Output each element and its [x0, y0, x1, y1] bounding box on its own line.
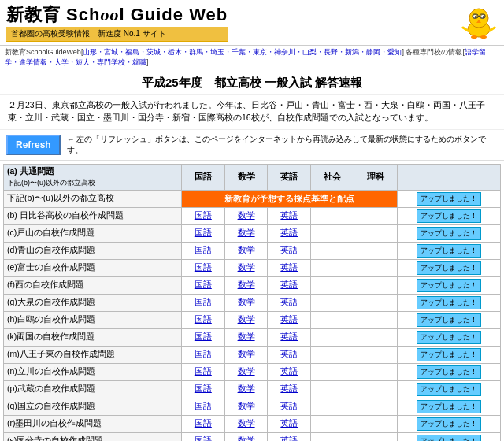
cell-kokugo[interactable]: 国語 [181, 363, 224, 380]
cell-sugaku[interactable]: 数学 [224, 432, 268, 441]
upload-button[interactable]: アップしました！ [417, 279, 481, 292]
cell-sugaku[interactable]: 数学 [224, 259, 268, 276]
sugaku-link[interactable]: 数学 [238, 297, 255, 306]
sugaku-link[interactable]: 数学 [238, 314, 255, 324]
upload-button[interactable]: アップしました！ [417, 261, 481, 275]
cell-sugaku[interactable]: 数学 [224, 276, 268, 294]
sugaku-link[interactable]: 数学 [238, 384, 255, 393]
upload-button[interactable]: アップしました！ [417, 244, 481, 258]
kokugo-link[interactable]: 国語 [195, 280, 212, 289]
cell-kokugo[interactable]: 国語 [181, 242, 224, 259]
cell-kokugo[interactable]: 国語 [181, 380, 224, 398]
cell-sugaku[interactable]: 数学 [224, 398, 268, 415]
cell-sugaku[interactable]: 数学 [224, 242, 268, 259]
eigo-link[interactable]: 英語 [280, 384, 298, 393]
upload-button[interactable]: アップしました！ [417, 383, 481, 396]
sugaku-link[interactable]: 数学 [238, 349, 255, 358]
cell-eigo[interactable]: 英語 [268, 242, 311, 259]
upload-button[interactable]: アップしました！ [417, 348, 481, 361]
sugaku-link[interactable]: 数学 [238, 401, 255, 410]
upload-button[interactable]: アップしました！ [417, 296, 481, 309]
cell-eigo[interactable]: 英語 [268, 311, 311, 328]
cell-sugaku[interactable]: 数学 [224, 380, 268, 398]
upload-button[interactable]: アップしました！ [417, 313, 481, 327]
eigo-link[interactable]: 英語 [280, 228, 298, 237]
upload-button[interactable]: アップしました！ [417, 209, 481, 223]
upload-button[interactable]: アップしました！ [417, 192, 481, 206]
eigo-link[interactable]: 英語 [280, 332, 298, 341]
upload-button[interactable]: アップしました！ [417, 227, 481, 240]
kokugo-link[interactable]: 国語 [195, 349, 212, 358]
cell-eigo[interactable]: 英語 [268, 432, 311, 441]
cell-sugaku[interactable]: 数学 [224, 294, 268, 311]
eigo-link[interactable]: 英語 [280, 297, 298, 306]
kokugo-link[interactable]: 国語 [195, 384, 212, 393]
sugaku-link[interactable]: 数学 [238, 435, 255, 441]
cell-kokugo[interactable]: 国語 [181, 398, 224, 415]
kokugo-link[interactable]: 国語 [195, 210, 212, 220]
eigo-link[interactable]: 英語 [280, 314, 298, 324]
cell-sugaku[interactable]: 数学 [224, 224, 268, 242]
cell-kokugo[interactable]: 国語 [181, 346, 224, 363]
upload-button[interactable]: アップしました！ [417, 331, 481, 344]
cell-sugaku[interactable]: 数学 [224, 363, 268, 380]
eigo-link[interactable]: 英語 [280, 418, 298, 428]
cell-eigo[interactable]: 英語 [268, 363, 311, 380]
upload-button[interactable]: アップしました！ [417, 400, 481, 413]
cell-kokugo[interactable]: 国語 [181, 311, 224, 328]
kokugo-link[interactable]: 国語 [195, 366, 212, 376]
refresh-button[interactable]: Refresh [6, 135, 61, 155]
cell-eigo[interactable]: 英語 [268, 259, 311, 276]
cell-eigo[interactable]: 英語 [268, 224, 311, 242]
sugaku-link[interactable]: 数学 [238, 228, 255, 237]
sugaku-link[interactable]: 数学 [238, 280, 255, 289]
kokugo-link[interactable]: 国語 [195, 297, 212, 306]
cell-sugaku[interactable]: 数学 [224, 311, 268, 328]
eigo-link[interactable]: 英語 [280, 435, 298, 441]
sugaku-link[interactable]: 数学 [238, 418, 255, 428]
kokugo-link[interactable]: 国語 [195, 228, 212, 237]
cell-sugaku[interactable]: 数学 [224, 415, 268, 432]
upload-button[interactable]: アップしました！ [417, 417, 481, 431]
cell-eigo[interactable]: 英語 [268, 346, 311, 363]
kokugo-link[interactable]: 国語 [195, 401, 212, 410]
sugaku-link[interactable]: 数学 [238, 332, 255, 341]
cell-kokugo[interactable]: 国語 [181, 259, 224, 276]
kokugo-link[interactable]: 国語 [195, 314, 212, 324]
cell-kokugo[interactable]: 国語 [181, 415, 224, 432]
kokugo-link[interactable]: 国語 [195, 245, 212, 254]
cell-eigo[interactable]: 英語 [268, 415, 311, 432]
sugaku-link[interactable]: 数学 [238, 245, 255, 254]
cell-sugaku[interactable]: 数学 [224, 346, 268, 363]
sugaku-link[interactable]: 数学 [238, 366, 255, 376]
cell-kokugo[interactable]: 国語 [181, 294, 224, 311]
cell-eigo[interactable]: 英語 [268, 328, 311, 346]
sugaku-link[interactable]: 数学 [238, 262, 255, 272]
eigo-link[interactable]: 英語 [280, 210, 298, 220]
kokugo-link[interactable]: 国語 [195, 262, 212, 272]
cell-kokugo[interactable]: 国語 [181, 224, 224, 242]
cell-eigo[interactable]: 英語 [268, 380, 311, 398]
cell-kokugo[interactable]: 国語 [181, 276, 224, 294]
cell-sugaku[interactable]: 数学 [224, 328, 268, 346]
cell-eigo[interactable]: 英語 [268, 294, 311, 311]
cell-eigo[interactable]: 英語 [268, 398, 311, 415]
kokugo-link[interactable]: 国語 [195, 418, 212, 428]
eigo-link[interactable]: 英語 [280, 262, 298, 272]
eigo-link[interactable]: 英語 [280, 245, 298, 254]
upload-button[interactable]: アップしました！ [417, 435, 481, 441]
eigo-link[interactable]: 英語 [280, 366, 298, 376]
sugaku-link[interactable]: 数学 [238, 210, 255, 220]
kokugo-link[interactable]: 国語 [195, 332, 212, 341]
cell-kokugo[interactable]: 国語 [181, 328, 224, 346]
cell-eigo[interactable]: 英語 [268, 276, 311, 294]
eigo-link[interactable]: 英語 [280, 280, 298, 289]
eigo-link[interactable]: 英語 [280, 401, 298, 410]
kokugo-link[interactable]: 国語 [195, 435, 212, 441]
cell-sugaku[interactable]: 数学 [224, 207, 268, 224]
upload-button[interactable]: アップしました！ [417, 365, 481, 379]
cell-eigo[interactable]: 英語 [268, 207, 311, 224]
cell-kokugo[interactable]: 国語 [181, 432, 224, 441]
eigo-link[interactable]: 英語 [280, 349, 298, 358]
cell-kokugo[interactable]: 国語 [181, 207, 224, 224]
